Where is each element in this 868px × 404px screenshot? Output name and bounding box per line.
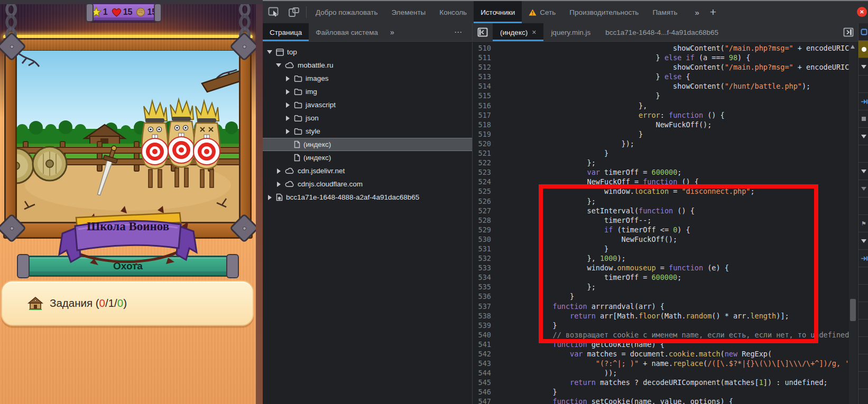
- line-number[interactable]: 517: [473, 110, 491, 120]
- code-line-515[interactable]: 515 }: [473, 91, 849, 100]
- line-number[interactable]: 545: [473, 378, 491, 387]
- main-tab-Элементы[interactable]: Элементы: [385, 1, 433, 23]
- debugger-strip-row-2[interactable]: [858, 58, 868, 76]
- editor-scrollbar[interactable]: [849, 42, 857, 404]
- line-number[interactable]: 526: [473, 196, 491, 206]
- tree-expanded-arrow[interactable]: [266, 50, 273, 54]
- line-number[interactable]: 525: [473, 186, 491, 196]
- toggle-debugger-sidebar-icon[interactable]: [843, 27, 854, 37]
- tree-item-(индекс)[interactable]: (индекс): [263, 151, 472, 164]
- debugger-strip-row-14[interactable]: [858, 267, 868, 285]
- more-tabs-chevron[interactable]: »: [695, 8, 698, 17]
- line-number[interactable]: 514: [473, 81, 491, 91]
- line-number[interactable]: 515: [473, 91, 491, 100]
- debugger-strip-row-21[interactable]: [858, 389, 868, 404]
- line-number[interactable]: 547: [473, 397, 491, 404]
- code-line-523[interactable]: 523 var timerOff = 600000;: [473, 167, 849, 177]
- inspect-element-icon[interactable]: [268, 7, 280, 17]
- collapse-navigator-icon[interactable]: [477, 27, 488, 37]
- tree-item-mobattle.ru[interactable]: mobattle.ru: [263, 59, 472, 72]
- line-number[interactable]: 516: [473, 101, 491, 110]
- main-tab-Добро пожаловать[interactable]: Добро пожаловать: [309, 1, 385, 23]
- line-number[interactable]: 527: [473, 206, 491, 215]
- line-number[interactable]: 533: [473, 263, 491, 273]
- tree-item-bcc1a71e-1648-4888-a2af-4a91dac68b65[interactable]: bcc1a71e-1648-4888-a2af-4a91dac68b65: [263, 191, 472, 204]
- debugger-strip-row-11[interactable]: ⚑: [858, 215, 868, 232]
- debugger-strip-row-16[interactable]: [858, 302, 868, 320]
- line-number[interactable]: 511: [473, 53, 491, 62]
- main-tab-Консоль[interactable]: Консоль: [432, 1, 474, 23]
- debugger-strip-row-8[interactable]: [858, 163, 868, 180]
- main-tab-Источники[interactable]: Источники: [474, 1, 522, 23]
- code-line-546[interactable]: 546 }: [473, 387, 849, 397]
- device-toolbar-icon[interactable]: [288, 7, 300, 17]
- tree-collapsed-arrow[interactable]: [284, 116, 291, 121]
- debugger-strip-row-12[interactable]: [858, 232, 868, 250]
- debugger-strip-row-7[interactable]: [858, 145, 868, 163]
- line-number[interactable]: 522: [473, 158, 491, 167]
- editor-tab-(индекс)[interactable]: (индекс)×: [493, 23, 543, 41]
- scrollbar-thumb[interactable]: [850, 299, 856, 321]
- debugger-strip-row-13[interactable]: [858, 250, 868, 267]
- debugger-strip-row-0[interactable]: [858, 23, 868, 41]
- navigator-overflow-chevron[interactable]: »: [390, 28, 393, 36]
- line-number[interactable]: 531: [473, 244, 491, 253]
- code-line-514[interactable]: 514 showContent("/hunt/battle.php");: [473, 81, 849, 91]
- debugger-strip-row-17[interactable]: [858, 320, 868, 337]
- tree-collapsed-arrow[interactable]: [284, 102, 291, 108]
- editor-tab-jquery.min.js[interactable]: jquery.min.js: [543, 23, 598, 41]
- tree-collapsed-arrow[interactable]: [284, 129, 291, 134]
- debugger-strip-row-1[interactable]: [858, 41, 868, 58]
- code-line-543[interactable]: 543 "(?:^|; )" + name.replace(/([\.$?*|{…: [473, 359, 849, 368]
- debugger-strip-row-6[interactable]: [858, 128, 868, 145]
- debugger-strip-row-5[interactable]: [858, 110, 868, 128]
- main-tab-Сеть[interactable]: Сеть: [522, 1, 562, 23]
- close-tab-icon[interactable]: ×: [532, 28, 536, 36]
- tree-item-images[interactable]: images: [263, 72, 472, 85]
- code-line-517[interactable]: 517 error: function () {: [473, 110, 849, 120]
- debugger-strip-row-4[interactable]: [858, 93, 868, 110]
- editor-tab-bcc1a71e-1648-4...f-4a91dac68b65[interactable]: bcc1a71e-1648-4...f-4a91dac68b65: [598, 23, 726, 41]
- tree-item-(индекс)[interactable]: (индекс): [263, 138, 472, 151]
- main-tab-Производительность[interactable]: Производительность: [562, 1, 645, 23]
- line-number[interactable]: 520: [473, 139, 491, 148]
- code-line-511[interactable]: 511 } else if (a === 98) {: [473, 53, 849, 62]
- error-badge[interactable]: ✕: [857, 7, 867, 17]
- line-number[interactable]: 534: [473, 273, 491, 282]
- code-line-547[interactable]: 547 function setCookie(name, value, opti…: [473, 397, 849, 404]
- main-tab-Память[interactable]: Память: [645, 1, 684, 23]
- tasks-panel[interactable]: Задания (0/1/0): [1, 280, 254, 326]
- line-number[interactable]: 513: [473, 72, 491, 81]
- debugger-strip-row-15[interactable]: [858, 285, 868, 302]
- code-line-522[interactable]: 522 };: [473, 158, 849, 167]
- line-number[interactable]: 528: [473, 215, 491, 225]
- tree-item-cdnjs.cloudflare.com[interactable]: cdnjs.cloudflare.com: [263, 177, 472, 191]
- tree-item-cdn.jsdelivr.net[interactable]: cdn.jsdelivr.net: [263, 164, 472, 177]
- line-number[interactable]: 543: [473, 359, 491, 368]
- tree-item-javascript[interactable]: javascript: [263, 98, 472, 111]
- debugger-strip-row-19[interactable]: [858, 354, 868, 372]
- line-number[interactable]: 539: [473, 321, 491, 330]
- line-number[interactable]: 536: [473, 292, 491, 301]
- tree-collapsed-arrow[interactable]: [266, 195, 273, 200]
- line-number[interactable]: 518: [473, 120, 491, 129]
- code-line-521[interactable]: 521 }: [473, 148, 849, 158]
- tree-expanded-arrow[interactable]: [275, 63, 282, 67]
- line-number[interactable]: 542: [473, 349, 491, 359]
- code-line-544[interactable]: 544 ));: [473, 368, 849, 378]
- line-number[interactable]: 546: [473, 387, 491, 397]
- line-number[interactable]: 529: [473, 225, 491, 234]
- line-number[interactable]: 523: [473, 167, 491, 177]
- tree-collapsed-arrow[interactable]: [284, 89, 291, 95]
- line-number[interactable]: 541: [473, 340, 491, 349]
- navigator-tab-Страница[interactable]: Страница: [263, 23, 309, 41]
- line-number[interactable]: 538: [473, 311, 491, 321]
- scrollbar-up-arrow[interactable]: [851, 45, 855, 49]
- tree-item-style[interactable]: style: [263, 125, 472, 138]
- debugger-strip-row-20[interactable]: [858, 372, 868, 389]
- navigator-tab-Файловая система[interactable]: Файловая система: [309, 23, 385, 41]
- line-number[interactable]: 519: [473, 129, 491, 139]
- debugger-strip-row-18[interactable]: [858, 337, 868, 354]
- add-tab-button[interactable]: +: [710, 6, 716, 18]
- line-number[interactable]: 524: [473, 177, 491, 186]
